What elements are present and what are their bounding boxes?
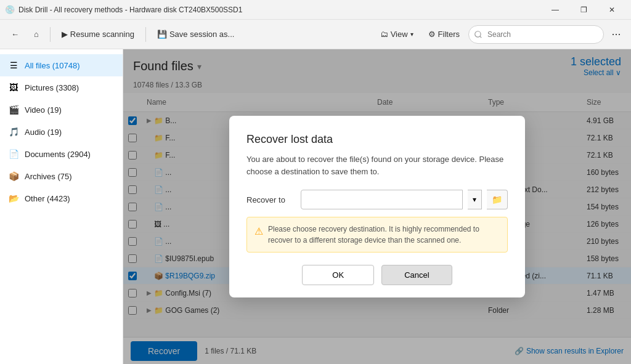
warning-icon: ⚠ [254,224,263,246]
toolbar: ← ⌂ ▶ Resume scanning 💾 Save session as.… [0,20,631,49]
app-title: Disk Drill - All recovery methods - Hard… [18,6,541,14]
view-button[interactable]: 🗂 View ▾ [374,26,420,42]
more-options-button[interactable]: ··· [606,25,626,44]
all-files-icon: ☰ [7,59,20,71]
view-chevron-icon: ▾ [410,31,413,38]
separator [50,27,51,42]
filters-button[interactable]: ⚙ Filters [422,26,466,42]
sidebar-label-audio: Audio (19) [25,127,115,137]
save-session-button[interactable]: 💾 Save session as... [151,26,241,42]
play-icon: ▶ [62,30,68,39]
home-icon: ⌂ [34,30,39,39]
dialog-title: Recover lost data [246,133,508,146]
sidebar-item-all-files[interactable]: ☰ All files (10748) [0,54,123,76]
browse-folder-button[interactable]: 📁 [487,190,508,209]
close-button[interactable]: ✕ [598,0,626,20]
pictures-icon: 🖼 [7,81,20,94]
sidebar: ☰ All files (10748) 🖼 Pictures (3308) 🎬 … [0,49,123,364]
back-icon: ← [11,30,19,39]
sidebar-label-pictures: Pictures (3308) [25,83,115,92]
filters-icon: ⚙ [428,30,436,39]
documents-icon: 📄 [7,148,20,160]
other-icon: 📂 [7,192,20,204]
cancel-button[interactable]: Cancel [381,265,452,285]
ok-button[interactable]: OK [302,265,374,285]
sidebar-label-all-files: All files (10748) [25,61,115,70]
recover-dialog: Recover lost data You are about to recov… [229,116,525,297]
sidebar-label-other: Other (4423) [25,194,115,203]
minimize-button[interactable]: — [541,0,569,20]
sidebar-label-documents: Documents (2904) [25,150,115,159]
video-icon: 🎬 [7,103,20,116]
resume-scanning-button[interactable]: ▶ Resume scanning [55,26,140,42]
save-icon: 💾 [157,30,167,39]
search-input[interactable] [468,25,604,44]
warning-text: Please choose recovery destination. It i… [268,224,500,246]
dialog-overlay: Recover lost data You are about to recov… [123,49,631,364]
recover-to-label: Recover to [246,195,296,204]
recover-to-row: Recover to ▾ 📁 [246,190,508,209]
sidebar-item-video[interactable]: 🎬 Video (19) [0,99,123,121]
sidebar-label-archives: Archives (75) [25,172,115,181]
recover-to-input[interactable] [301,190,463,209]
filters-label: Filters [438,30,460,39]
back-button[interactable]: ← [5,26,25,42]
titlebar: 💿 Disk Drill - All recovery methods - Ha… [0,0,631,20]
sidebar-item-archives[interactable]: 📦 Archives (75) [0,165,123,187]
warning-message: ⚠ Please choose recovery destination. It… [246,217,508,253]
sidebar-label-video: Video (19) [25,105,115,115]
sidebar-item-other[interactable]: 📂 Other (4423) [0,187,123,209]
sidebar-item-documents[interactable]: 📄 Documents (2904) [0,143,123,165]
view-label: View [391,30,408,39]
resume-label: Resume scanning [70,30,134,39]
app-icon: 💿 [5,5,15,15]
main-layout: ☰ All files (10748) 🖼 Pictures (3308) 🎬 … [0,49,631,364]
archives-icon: 📦 [7,170,20,182]
sidebar-item-pictures[interactable]: 🖼 Pictures (3308) [0,76,123,99]
recover-to-dropdown-button[interactable]: ▾ [468,190,482,209]
window-controls: — ❐ ✕ [541,0,626,20]
restore-button[interactable]: ❐ [569,0,598,20]
sidebar-item-audio[interactable]: 🎵 Audio (19) [0,121,123,143]
home-button[interactable]: ⌂ [28,26,45,42]
dialog-description: You are about to recover the file(s) fou… [246,153,508,177]
save-label: Save session as... [169,30,235,39]
content-area: Found files ▾ 1 selected Select all ∨ 10… [123,49,631,364]
separator [145,27,146,42]
dialog-actions: OK Cancel [246,265,508,285]
view-icon: 🗂 [380,30,388,39]
audio-icon: 🎵 [7,126,20,138]
